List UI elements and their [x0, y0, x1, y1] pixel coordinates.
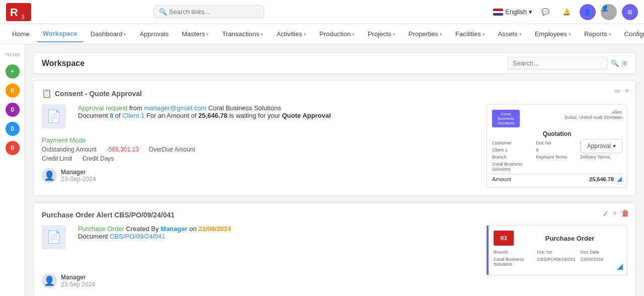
notification-icon[interactable]: 🔔 [558, 4, 575, 20]
of-text: of [115, 112, 122, 119]
card-title-text: Consent - Quote Approval [55, 90, 142, 98]
app-grid-icon[interactable]: ⊞ [622, 4, 638, 20]
language-selector[interactable]: English ▾ [493, 8, 532, 16]
quotation-header: CoralBusinessSolutions Allen Dubai, Unit… [492, 110, 622, 127]
card-quote-approval: 📋 Consent - Quote Approval ✏ + 📄 Approva… [33, 80, 636, 196]
po-branch-label: Branch [494, 250, 535, 255]
q-doc-no-value: 8 [536, 147, 578, 153]
from-label: from [129, 104, 142, 112]
workspace-title: Workspace [42, 59, 507, 68]
approval-request-label: Approval request [78, 104, 127, 112]
sidebar-badge-0c[interactable]: 0 [6, 122, 20, 136]
nav-configuration[interactable]: Configurat [618, 26, 644, 42]
nav-employees[interactable]: Employees ▾ [529, 26, 577, 42]
edit-icon-2[interactable]: ✓ [602, 209, 609, 218]
nav-dashboard[interactable]: Dashboard ▾ [85, 26, 133, 42]
chat-icon[interactable]: 💬 [537, 4, 553, 20]
created-by-label: Created By [126, 225, 158, 233]
filter-icon[interactable]: ⊞ [622, 59, 627, 67]
on-label: on [189, 225, 196, 233]
edit-icon[interactable]: ✏ [614, 87, 621, 96]
po-preview: R3 Purchase Order Branch Doc No Doc Date… [487, 225, 627, 288]
po-header: R3 Purchase Order [494, 231, 622, 246]
outstanding-value: -565,301.13 [107, 146, 139, 153]
add-icon[interactable]: + [625, 87, 629, 96]
doc-text: Document [78, 112, 108, 119]
approval-badge[interactable]: Approval ▾ [581, 139, 622, 153]
card-title-po-text: Purchase Order Alert CBS/PO/09/24/041 [42, 211, 175, 219]
sidebar-badge-0b[interactable]: 0 [6, 103, 20, 117]
po-grid: Branch Doc No Doc Date Coral Business So… [494, 250, 622, 267]
add-icon-2[interactable]: + [613, 209, 617, 218]
po-doc-value: CBS/PO/09/24/041 [110, 233, 166, 240]
user-avatar-1[interactable]: 👤 [580, 4, 596, 20]
q-doc-no-label: Doc No [536, 140, 578, 145]
nav-assets[interactable]: Assets ▾ [492, 26, 528, 42]
quotation-address: Allen Dubai, United Arab Emirates [565, 110, 622, 127]
card-actions-1: ✏ + [614, 87, 629, 96]
workspace-search-input[interactable] [507, 57, 608, 69]
manager-avatar-2: 👤 [42, 273, 57, 288]
po-branch-value: Coral Business Solutions [494, 257, 535, 267]
po-text: Purchase Order Created By Manager on 23/… [78, 225, 231, 240]
search-bar[interactable]: 🔍 [153, 6, 264, 18]
quotation-title: Quotation [492, 130, 622, 137]
card-body-2: 📄 Purchase Order Created By Manager on 2… [42, 225, 627, 288]
svg-text:3: 3 [21, 14, 25, 21]
language-label: English [505, 8, 527, 16]
payment-row: Outstanding Amount -565,301.13 OverDue A… [42, 146, 478, 153]
card-title-po: Purchase Order Alert CBS/PO/09/24/041 [42, 211, 627, 219]
client-text: Client 1 [122, 112, 144, 119]
nav-transactions[interactable]: Transactions ▾ [216, 26, 269, 42]
sidebar-badge-0d[interactable]: 0 [6, 141, 20, 155]
search-input[interactable] [169, 8, 255, 16]
nav-reports[interactable]: Reports ▾ [578, 26, 617, 42]
user-avatar-2[interactable]: 👤 [601, 4, 617, 20]
po-doc-no-label: Doc No [537, 250, 578, 255]
nav-projects[interactable]: Projects ▾ [362, 26, 401, 42]
credit-row: Credit Limit Credit Days [42, 155, 478, 162]
card-footer-1: 👤 Manager 23-Sep-2024 [42, 168, 478, 183]
manager-name-2: Manager [61, 274, 95, 281]
doc-icon: 📄 [42, 104, 66, 128]
po-date: 23/09/2024 [198, 225, 231, 233]
topbar: R 3 🔍 English ▾ 💬 🔔 👤 👤 ⊞ [0, 0, 644, 24]
approval-type: Quote Approval [282, 112, 331, 119]
manager-info-2: Manager 23 Sep 2024 [61, 274, 95, 288]
nav-home[interactable]: Home [6, 26, 36, 42]
sidebar-badge-add[interactable]: + [6, 64, 20, 79]
manager-date-1: 23-Sep-2024 [61, 176, 96, 183]
credit-limit-label: Credit Limit [42, 155, 72, 162]
payment-mode-label: Payment Mode [42, 136, 478, 144]
workspace-header: Workspace 🔍 ⊞ [33, 52, 636, 74]
sidebar-badge-0a[interactable]: 0 [6, 84, 20, 98]
quotation-amount: Amount 25,646.78 [492, 174, 622, 182]
main-content: Workspace 🔍 ⊞ 📋 Consent - Quote Approval… [25, 44, 644, 296]
po-box: R3 Purchase Order Branch Doc No Doc Date… [487, 225, 627, 275]
po-doc-date-value: 23/09/2024 [581, 257, 622, 267]
approval-request: 📄 Approval request from manager@gmail.co… [42, 104, 478, 128]
po-doc-no-value: CBS/PO/09/24/041 [537, 257, 578, 267]
po-doc-date-label: Doc Date [581, 250, 622, 255]
consent-icon: 📋 [42, 89, 52, 98]
search-icon[interactable]: 🔍 [611, 59, 619, 67]
q-branch-label: Branch [492, 155, 534, 160]
q-customer-value: Client 1 [492, 147, 534, 153]
overdue-label: OverDue Amount [149, 146, 195, 153]
waiting-text: is waiting for your [229, 112, 280, 119]
nav-activities[interactable]: Activities ▾ [270, 26, 312, 42]
nav-workspace[interactable]: Workspace [37, 26, 84, 42]
nav-production[interactable]: Production ▾ [313, 26, 361, 42]
nav-facilities[interactable]: Facilities ▾ [449, 26, 491, 42]
nav-approvals[interactable]: Approvals [133, 26, 175, 42]
card-title-quote: 📋 Consent - Quote Approval [42, 89, 627, 98]
card-footer-2: 👤 Manager 23 Sep 2024 [42, 273, 478, 288]
doc-number: 8 [110, 112, 115, 119]
delete-icon-2[interactable]: 🗑 [621, 209, 629, 218]
nav-masters[interactable]: Masters ▾ [176, 26, 215, 42]
po-title: Purchase Order [518, 235, 622, 242]
nav-properties[interactable]: Properties ▾ [403, 26, 448, 42]
card-body-1: 📄 Approval request from manager@gmail.co… [42, 104, 627, 188]
amount-text: For an Amount of [146, 112, 197, 119]
chevron-down-icon: ▾ [529, 8, 532, 16]
